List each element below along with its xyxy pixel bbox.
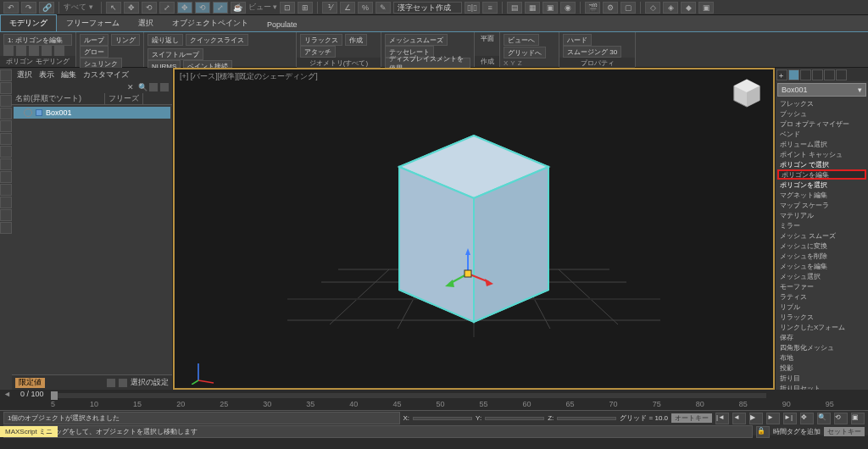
tool-icon-a[interactable]: ⊡	[280, 2, 295, 14]
modifier-list[interactable]: フレックスブッシュプロ オプティマイザーベンドボリューム選択ポイント キャッシュ…	[776, 98, 868, 390]
left-tool-10[interactable]	[0, 184, 12, 196]
pen-icon[interactable]: ✎	[376, 2, 391, 14]
tab-populate[interactable]: Populate	[258, 17, 307, 31]
scene-search-icon[interactable]: 🔍	[138, 83, 147, 91]
modifier-item[interactable]: メッシュ選択	[777, 271, 866, 281]
meshsmooth-button[interactable]: メッシュスムーズ	[385, 34, 448, 46]
schematic-icon[interactable]: ▣	[542, 2, 558, 14]
scene-tab-display[interactable]: 表示	[39, 69, 54, 80]
cmd-tab-utility[interactable]	[836, 69, 847, 80]
left-tool-5[interactable]	[0, 120, 12, 132]
modifier-item[interactable]: ボリューム選択	[777, 139, 866, 149]
maxscript-listener[interactable]: MAXScript ミニ	[0, 426, 58, 437]
go-end-icon[interactable]: ►|	[783, 413, 797, 424]
viewport-label[interactable]: [+] [バース][標準][既定のシェーディング]	[180, 71, 318, 82]
repeat-button[interactable]: 繰り返し	[147, 34, 183, 46]
prev-frame-icon[interactable]: ◄	[732, 413, 746, 424]
cmd-tab-display[interactable]	[824, 69, 835, 80]
rotate-icon[interactable]: ⟲	[142, 2, 157, 14]
tab-objpaint[interactable]: オブジェクトペイント	[163, 14, 258, 31]
coord-y-field[interactable]	[485, 417, 544, 420]
time-tag[interactable]: 時間タグを追加	[773, 427, 821, 436]
attach-button[interactable]: アタッチ	[300, 46, 336, 58]
modifier-item[interactable]: ラティス	[777, 291, 866, 302]
edge-icon[interactable]	[16, 46, 26, 56]
snap-icon-3[interactable]: ◆	[681, 2, 696, 14]
modifier-item[interactable]: マグネット編集	[777, 190, 866, 200]
viewcube[interactable]	[731, 76, 763, 108]
scale-tool-icon[interactable]: ⤢	[213, 2, 228, 14]
modifier-item[interactable]: 保存	[777, 332, 866, 342]
setkey-button[interactable]: セットキー	[824, 427, 865, 436]
modifier-item[interactable]: 折り目	[777, 373, 866, 383]
timeline[interactable]: 5101520253035404550556065707580859095	[0, 400, 868, 410]
scene-x-icon[interactable]: ✕	[127, 83, 136, 91]
angle-icon[interactable]: ∠	[340, 2, 355, 14]
modifier-item[interactable]: 四角形化メッシュ	[777, 342, 866, 352]
left-tool-6[interactable]	[0, 133, 12, 145]
edit-poly-button[interactable]: 1: ポリゴンを編集	[3, 34, 72, 46]
relax-button[interactable]: リラックス	[300, 34, 342, 46]
link-icon[interactable]: 🔗	[39, 2, 54, 14]
left-tool-7[interactable]	[0, 146, 12, 158]
ring-button[interactable]: リング	[111, 34, 140, 46]
scene-tab-edit[interactable]: 編集	[61, 69, 76, 80]
to-view-button[interactable]: ビューへ	[504, 34, 539, 46]
cmd-tab-hierarchy[interactable]	[800, 69, 811, 80]
element-icon[interactable]	[54, 46, 64, 56]
modifier-item[interactable]: ポイント キャッシュ	[777, 149, 866, 159]
modifier-item[interactable]: リンクしたXフォーム	[777, 322, 866, 332]
layer-icon[interactable]: ▤	[507, 2, 522, 14]
rotate-tool-icon[interactable]: ⟲	[195, 2, 210, 14]
render-setup-icon[interactable]: ⚙	[603, 2, 618, 14]
modifier-item[interactable]: ポリゴンを選択	[777, 180, 866, 190]
modifier-item[interactable]: 折り目セット	[777, 383, 866, 390]
header-name[interactable]: 名前(昇順でソート)	[12, 93, 105, 104]
modifier-item[interactable]: リブル	[777, 302, 866, 312]
to-grid-button[interactable]: グリッドへ	[504, 47, 546, 58]
left-tool-13[interactable]	[0, 222, 12, 234]
tab-select[interactable]: 選択	[129, 14, 163, 31]
modifier-item[interactable]: プロ オプティマイザー	[777, 119, 866, 129]
left-tool-12[interactable]	[0, 209, 12, 221]
vertex-icon[interactable]	[3, 46, 14, 56]
left-tool-8[interactable]	[0, 158, 12, 170]
undo-icon[interactable]: ↶	[3, 2, 19, 14]
cmd-tab-motion[interactable]	[812, 69, 823, 80]
hard-button[interactable]: ハード	[563, 34, 592, 46]
lock-icon[interactable]: 🔒	[756, 426, 770, 438]
modifier-item[interactable]: モーファー	[777, 281, 866, 291]
named-set-dropdown[interactable]: 漢字セット作成	[393, 2, 462, 14]
scene-sort-icon[interactable]	[149, 83, 158, 91]
align-z[interactable]: Z	[518, 59, 522, 67]
smoothing30-button[interactable]: スムージング 30	[563, 46, 621, 58]
time-slider[interactable]	[51, 393, 766, 398]
modifier-item[interactable]: ポリゴンを編集	[777, 169, 866, 180]
align-y[interactable]: Y	[510, 59, 515, 67]
percent-icon[interactable]: ⅟	[322, 2, 337, 14]
modifier-item[interactable]: 布地	[777, 352, 866, 363]
autokey-button[interactable]: オートキー	[671, 413, 712, 423]
move-gizmo[interactable]	[442, 248, 493, 299]
modifier-item[interactable]: ポリゴン で選択	[777, 159, 866, 169]
left-tool-3[interactable]	[0, 95, 12, 107]
left-tool-9[interactable]	[0, 171, 12, 183]
teapot-icon[interactable]: ☕	[231, 2, 246, 14]
modifier-item[interactable]: メッシュ スムーズ	[777, 230, 866, 241]
snap-icon-2[interactable]: ◈	[663, 2, 678, 14]
pct-icon[interactable]: %	[358, 2, 373, 14]
modifier-item[interactable]: メッシュを編集	[777, 261, 866, 271]
select-icon[interactable]: ↖	[106, 2, 121, 14]
left-tool-4[interactable]	[0, 108, 12, 119]
modifier-item[interactable]: ブッシュ	[777, 108, 866, 119]
tab-modeling[interactable]: モデリング	[0, 14, 57, 31]
move-icon[interactable]: ✥	[124, 2, 139, 14]
modifier-item[interactable]: メッシュに変換	[777, 241, 866, 251]
polygon-icon[interactable]	[42, 46, 52, 56]
nav-icon-max[interactable]: ▣	[851, 413, 865, 424]
render-icon[interactable]: 🎬	[585, 2, 600, 14]
move-tool-icon[interactable]: ✥	[177, 2, 192, 14]
swiftloop-button[interactable]: スイフトループ	[147, 48, 203, 60]
scene-tab-custom[interactable]: カスタマイズ	[83, 69, 129, 80]
scene-tab-select[interactable]: 選択	[17, 69, 32, 80]
